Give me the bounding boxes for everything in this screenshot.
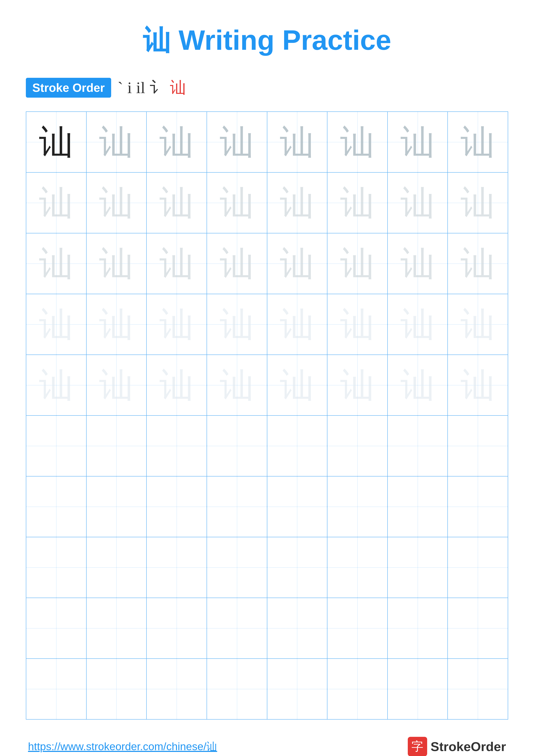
grid-cell[interactable] — [388, 598, 448, 659]
grid-cell[interactable] — [207, 476, 267, 537]
grid-cell[interactable] — [267, 416, 328, 476]
grid-cell[interactable]: 讪 — [26, 294, 87, 355]
grid-cell[interactable]: 讪 — [207, 112, 267, 172]
grid-cell[interactable]: 讪 — [147, 355, 207, 415]
grid-cell[interactable] — [147, 476, 207, 537]
grid-cell[interactable] — [448, 659, 508, 719]
grid-cell[interactable] — [327, 476, 388, 537]
grid-cell[interactable] — [26, 598, 87, 659]
practice-char: 讪 — [280, 307, 314, 341]
grid-cell[interactable] — [448, 416, 508, 476]
grid-cell[interactable]: 讪 — [87, 233, 147, 294]
grid-cell[interactable]: 讪 — [327, 112, 388, 172]
grid-cell[interactable] — [207, 598, 267, 659]
grid-cell[interactable]: 讪 — [388, 173, 448, 233]
grid-cell[interactable]: 讪 — [388, 294, 448, 355]
grid-cell[interactable]: 讪 — [87, 294, 147, 355]
grid-cell[interactable] — [26, 416, 87, 476]
grid-cell[interactable]: 讪 — [448, 355, 508, 415]
practice-char: 讪 — [39, 307, 73, 341]
grid-cell[interactable] — [26, 476, 87, 537]
step-4: 讠 — [149, 77, 165, 98]
grid-row — [26, 537, 508, 598]
grid-cell[interactable]: 讪 — [267, 294, 328, 355]
grid-cell[interactable] — [147, 416, 207, 476]
grid-cell[interactable]: 讪 — [448, 173, 508, 233]
grid-cell[interactable] — [87, 476, 147, 537]
grid-row — [26, 598, 508, 659]
practice-char: 讪 — [159, 125, 194, 159]
grid-cell[interactable]: 讪 — [147, 173, 207, 233]
practice-char: 讪 — [400, 125, 435, 159]
grid-cell[interactable] — [147, 659, 207, 719]
grid-cell[interactable]: 讪 — [147, 112, 207, 172]
grid-cell[interactable]: 讪 — [267, 355, 328, 415]
grid-cell[interactable] — [327, 537, 388, 598]
grid-cell[interactable]: 讪 — [388, 233, 448, 294]
grid-cell[interactable]: 讪 — [26, 173, 87, 233]
grid-cell[interactable] — [448, 476, 508, 537]
footer-url[interactable]: https://www.strokeorder.com/chinese/讪 — [28, 740, 217, 754]
grid-cell[interactable]: 讪 — [388, 355, 448, 415]
grid-cell[interactable] — [87, 659, 147, 719]
grid-cell[interactable]: 讪 — [388, 112, 448, 172]
grid-cell[interactable] — [267, 659, 328, 719]
grid-cell[interactable]: 讪 — [147, 233, 207, 294]
practice-char: 讪 — [39, 186, 73, 220]
grid-cell[interactable]: 讪 — [327, 355, 388, 415]
stroke-order-badge[interactable]: Stroke Order — [26, 78, 111, 97]
grid-cell[interactable]: 讪 — [87, 112, 147, 172]
grid-cell[interactable]: 讪 — [267, 173, 328, 233]
grid-cell[interactable]: 讪 — [87, 173, 147, 233]
grid-cell[interactable]: 讪 — [327, 294, 388, 355]
grid-cell[interactable]: 讪 — [267, 233, 328, 294]
grid-cell[interactable]: 讪 — [207, 233, 267, 294]
grid-cell[interactable] — [26, 659, 87, 719]
grid-cell[interactable] — [87, 416, 147, 476]
practice-char: 讪 — [99, 186, 134, 220]
grid-cell[interactable] — [448, 598, 508, 659]
grid-cell[interactable] — [267, 537, 328, 598]
practice-char: 讪 — [159, 186, 194, 220]
grid-cell[interactable] — [207, 416, 267, 476]
grid-cell[interactable]: 讪 — [207, 173, 267, 233]
grid-cell[interactable] — [388, 537, 448, 598]
grid-cell[interactable] — [267, 476, 328, 537]
grid-cell[interactable] — [388, 476, 448, 537]
grid-cell[interactable] — [327, 416, 388, 476]
grid-cell[interactable] — [327, 598, 388, 659]
grid-cell[interactable] — [87, 598, 147, 659]
grid-cell[interactable] — [147, 537, 207, 598]
grid-cell[interactable]: 讪 — [448, 112, 508, 172]
stroke-order-section: Stroke Order ` i il 讠 讪 — [26, 77, 508, 98]
grid-row: 讪 讪 讪 讪 讪 讪 讪 讪 — [26, 233, 508, 294]
grid-cell[interactable]: 讪 — [448, 294, 508, 355]
practice-char: 讪 — [159, 307, 194, 341]
grid-cell[interactable]: 讪 — [448, 233, 508, 294]
practice-char: 讪 — [461, 368, 495, 402]
grid-cell[interactable] — [26, 537, 87, 598]
grid-cell[interactable]: 讪 — [327, 173, 388, 233]
grid-row — [26, 416, 508, 476]
grid-cell[interactable] — [448, 537, 508, 598]
grid-cell[interactable] — [87, 537, 147, 598]
grid-cell[interactable]: 讪 — [267, 112, 328, 172]
grid-cell[interactable]: 讪 — [26, 112, 87, 172]
grid-cell[interactable]: 讪 — [207, 355, 267, 415]
grid-cell[interactable]: 讪 — [26, 355, 87, 415]
grid-cell[interactable]: 讪 — [87, 355, 147, 415]
grid-cell[interactable]: 讪 — [207, 294, 267, 355]
grid-cell[interactable] — [207, 659, 267, 719]
grid-cell[interactable]: 讪 — [147, 294, 207, 355]
grid-cell[interactable] — [147, 598, 207, 659]
practice-char: 讪 — [461, 246, 495, 281]
grid-cell[interactable] — [207, 537, 267, 598]
grid-cell[interactable] — [327, 659, 388, 719]
practice-grid: 讪 讪 讪 讪 讪 讪 讪 讪 讪 讪 讪 — [26, 111, 508, 719]
grid-cell[interactable] — [388, 659, 448, 719]
grid-cell[interactable]: 讪 — [327, 233, 388, 294]
practice-char: 讪 — [99, 368, 134, 402]
grid-cell[interactable]: 讪 — [26, 233, 87, 294]
grid-cell[interactable] — [267, 598, 328, 659]
grid-cell[interactable] — [388, 416, 448, 476]
